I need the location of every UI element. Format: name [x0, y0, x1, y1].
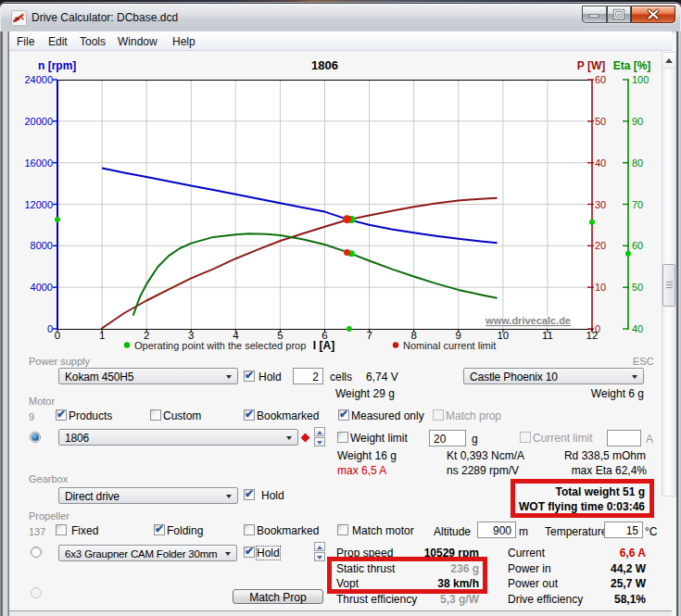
dropdown-arrow-icon [225, 552, 231, 556]
motor-products-label: Products [69, 409, 112, 422]
motor-spin-up[interactable] [314, 427, 325, 436]
window-border-right [676, 31, 681, 616]
motor-bookmarked-label: Bookmarked [257, 409, 319, 422]
battery-weight: Weight 29 g [335, 387, 395, 400]
temperature-input[interactable] [604, 522, 643, 538]
propeller-dropdown-value: 6x3 Graupner CAM Folder 30mm [65, 548, 217, 559]
motor-count: 9 [29, 411, 34, 422]
weight-limit-checkbox[interactable] [337, 432, 348, 443]
scrollbar-grip-icon [666, 282, 673, 290]
prop-bookmarked-label: Bookmarked [257, 524, 319, 537]
current-label: Current [508, 547, 545, 559]
prop-match-motor-checkbox[interactable] [337, 524, 348, 535]
dropdown-arrow-icon [632, 375, 637, 379]
prop-bookmarked-checkbox[interactable] [244, 524, 255, 535]
maximize-button[interactable] [607, 6, 631, 23]
cells-input[interactable] [293, 368, 323, 384]
extra-radio[interactable] [31, 587, 42, 598]
close-icon [632, 6, 675, 22]
section-gearbox: Gearbox [29, 473, 68, 484]
minimize-button[interactable] [582, 6, 607, 23]
scrollbar-up-button[interactable] [662, 53, 675, 69]
close-button[interactable] [631, 6, 675, 23]
prop-fixed-checkbox[interactable] [56, 524, 67, 535]
motor-spin-down[interactable] [314, 437, 325, 446]
current-limit-label: Current limit [533, 432, 593, 445]
menu-edit[interactable]: Edit [48, 34, 68, 49]
menu-window[interactable]: Window [118, 34, 158, 49]
throttle-scrollbar[interactable] [662, 52, 676, 497]
prop-hold-label: Hold [257, 547, 280, 559]
propeller-spinner [314, 542, 325, 561]
cells-label: cells [330, 371, 352, 383]
prop-match-motor-label: Match motor [352, 524, 414, 537]
gearbox-hold-label: Hold [261, 489, 284, 502]
motor-custom-label: Custom [163, 409, 201, 422]
menu-bar: File Edit Tools Window Help [9, 31, 672, 51]
current-limit-checkbox[interactable] [520, 432, 531, 443]
match-prop-button[interactable]: Match Prop [233, 589, 323, 604]
current-limit-input[interactable] [607, 430, 641, 446]
motor-rd: Rd 338,5 mOhm [553, 449, 646, 462]
motor-match-prop-label: Match prop [446, 409, 501, 422]
maximize-icon [608, 6, 630, 22]
propeller-count: 137 [29, 526, 45, 537]
app-icon [11, 10, 27, 26]
prop-folding-checkbox[interactable] [154, 524, 165, 535]
prop-spin-up[interactable] [314, 542, 325, 551]
battery-dropdown[interactable]: Kokam 450H5 [58, 368, 238, 384]
motor-weight: Weight 16 g [337, 449, 397, 462]
dropdown-arrow-icon [226, 495, 232, 498]
motor-products-checkbox[interactable] [56, 409, 67, 421]
motor-measured-only-label: Measured only [351, 409, 424, 422]
motor-bookmarked-checkbox[interactable] [244, 409, 255, 421]
motor-spinner [314, 427, 325, 446]
gearbox-dropdown[interactable]: Direct drive [58, 487, 238, 504]
battery-hold-checkbox[interactable] [244, 371, 255, 382]
altitude-input[interactable] [477, 522, 516, 538]
prop-hold-checkbox[interactable] [244, 547, 255, 558]
spin-up-icon [317, 431, 322, 434]
propeller-radio[interactable] [31, 547, 42, 558]
prop-fixed-label: Fixed [71, 524, 98, 537]
motor-dropdown[interactable]: 1806 [58, 429, 298, 446]
temperature-unit: °C [645, 525, 657, 538]
dropdown-arrow-icon [226, 375, 232, 379]
section-motor: Motor [29, 396, 55, 407]
esc-dropdown[interactable]: Castle Phoenix 10 [463, 368, 644, 384]
temperature-label: Temperature [545, 525, 607, 538]
motor-measured-only-checkbox[interactable] [338, 409, 349, 421]
menu-tools[interactable]: Tools [80, 34, 106, 49]
menu-help[interactable]: Help [172, 34, 195, 49]
power-out-label: Power out [508, 577, 558, 590]
spin-down-icon [317, 556, 322, 559]
motor-match-prop-checkbox[interactable] [433, 409, 444, 421]
power-out-value: 25,7 W [553, 577, 646, 590]
dropdown-arrow-icon [286, 436, 292, 440]
minimize-icon [583, 6, 606, 22]
up-arrow-icon [665, 58, 673, 63]
spin-down-icon [317, 441, 322, 445]
esc-dropdown-value: Castle Phoenix 10 [470, 371, 558, 383]
prop-spin-down[interactable] [314, 552, 325, 561]
window-border-left [0, 31, 9, 616]
highlight-box-total-weight [511, 479, 654, 518]
weight-limit-input[interactable] [429, 430, 466, 446]
gearbox-hold-checkbox[interactable] [244, 489, 255, 500]
section-propeller: Propeller [29, 510, 69, 522]
section-esc: ESC [633, 356, 654, 367]
menu-file[interactable]: File [17, 34, 34, 49]
motor-custom-checkbox[interactable] [150, 409, 161, 421]
battery-hold-label: Hold [259, 371, 282, 383]
current-value: 6,6 A [553, 547, 646, 559]
prop-folding-label: Folding [167, 524, 203, 537]
next-section-strip [9, 611, 672, 616]
scrollbar-thumb[interactable] [662, 264, 675, 307]
motor-radio[interactable] [30, 432, 41, 443]
drive-eff-value: 58,1% [553, 593, 646, 606]
window-title: Drive Calculator: DCbase.dcd [32, 11, 178, 24]
propeller-dropdown[interactable]: 6x3 Graupner CAM Folder 30mm [58, 545, 237, 561]
motor-max-current: max 6,5 A [337, 464, 386, 477]
current-limit-unit: A [646, 433, 653, 446]
spin-up-icon [317, 546, 322, 549]
